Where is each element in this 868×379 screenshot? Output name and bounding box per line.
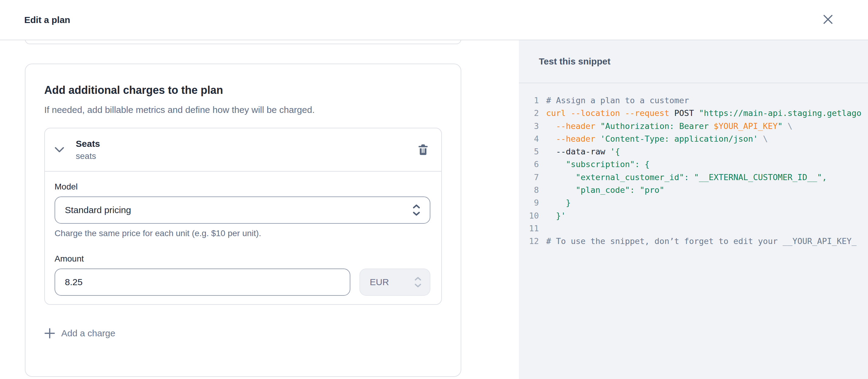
amount-row: EUR	[55, 269, 430, 296]
code-line-content: "plan_code": "pro"	[546, 184, 664, 197]
plan-form-pane: Add additional charges to the plan If ne…	[0, 40, 519, 379]
code-line-content: --header 'Content-Type: application/json…	[546, 133, 768, 145]
code-line: 12# To use the snippet, don’t forget to …	[527, 235, 868, 248]
code-line-number: 9	[527, 197, 539, 209]
amount-input[interactable]	[55, 269, 350, 296]
charge-accordion: Seats seats Model Standar	[44, 128, 442, 305]
currency-select: EUR	[360, 269, 430, 296]
code-line: 11	[527, 222, 868, 235]
code-line: 6 "subscription": {	[527, 158, 868, 171]
code-line-content: "subscription": {	[546, 158, 650, 171]
code-line-content: --data-raw '{	[546, 145, 620, 158]
code-line: 2curl --location --request POST "https:/…	[527, 107, 868, 119]
code-line-number: 3	[527, 120, 539, 133]
currency-value: EUR	[370, 277, 414, 287]
charge-model-value: Standard pricing	[65, 205, 412, 215]
plus-icon	[44, 328, 55, 339]
code-line: 7 "external_customer_id": "__EXTERNAL_CU…	[527, 171, 868, 184]
code-line-number: 8	[527, 184, 539, 197]
unfold-chevrons-disabled-icon	[414, 276, 422, 288]
section-title: Add additional charges to the plan	[44, 83, 442, 97]
code-line-number: 2	[527, 107, 539, 119]
chevron-down-icon	[54, 146, 65, 153]
snippet-title: Test this snippet	[539, 56, 610, 67]
amount-label: Amount	[55, 254, 430, 264]
modal-header: Edit a plan	[0, 0, 868, 40]
delete-charge-button[interactable]	[415, 142, 431, 158]
unfold-chevrons-icon	[412, 204, 421, 216]
charge-accordion-body: Model Standard pricing Charge the same p…	[45, 171, 441, 304]
charges-section-card: Add additional charges to the plan If ne…	[25, 64, 461, 377]
charge-code: seats	[76, 151, 100, 161]
close-icon	[823, 14, 833, 25]
code-line-number: 5	[527, 145, 539, 158]
model-helper-text: Charge the same price for each unit (e.g…	[55, 229, 430, 238]
code-line-content: }	[546, 197, 571, 209]
model-label: Model	[55, 182, 430, 192]
code-line: 10 }'	[527, 209, 868, 222]
charge-accordion-header[interactable]: Seats seats	[45, 128, 441, 171]
code-line-content: curl --location --request POST "https://…	[546, 107, 861, 119]
charge-name-block: Seats seats	[76, 139, 100, 161]
code-line: 8 "plan_code": "pro"	[527, 184, 868, 197]
code-line-content: --header "Authorization: Bearer $YOUR_AP…	[546, 120, 793, 133]
modal-title: Edit a plan	[24, 15, 70, 25]
code-line: 3 --header "Authorization: Bearer $YOUR_…	[527, 120, 868, 133]
add-charge-button[interactable]: Add a charge	[44, 328, 115, 339]
snippet-panel: Test this snippet 1# Assign a plan to a …	[519, 40, 868, 379]
trash-icon	[417, 144, 429, 156]
code-line-number: 6	[527, 158, 539, 171]
code-line-number: 11	[527, 222, 539, 235]
code-line-number: 1	[527, 94, 539, 107]
charge-model-select[interactable]: Standard pricing	[55, 197, 430, 224]
code-block: 1# Assign a plan to a customer2curl --lo…	[519, 83, 868, 248]
code-line: 9 }	[527, 197, 868, 209]
code-line: 5 --data-raw '{	[527, 145, 868, 158]
add-charge-label: Add a charge	[61, 328, 115, 338]
code-line-content: }'	[546, 209, 566, 222]
charge-name: Seats	[76, 139, 100, 149]
close-button[interactable]	[819, 11, 836, 28]
code-line-content: # To use the snippet, don’t forget to ed…	[546, 235, 857, 248]
code-line-number: 12	[527, 235, 539, 248]
section-description: If needed, add billable metrics and defi…	[44, 104, 442, 116]
code-line-number: 10	[527, 209, 539, 222]
code-line-content	[546, 222, 551, 235]
snippet-header: Test this snippet	[519, 40, 868, 83]
code-line-content: # Assign a plan to a customer	[546, 94, 689, 107]
previous-section-card-edge	[25, 40, 461, 44]
code-line: 4 --header 'Content-Type: application/js…	[527, 133, 868, 145]
code-line-content: "external_customer_id": "__EXTERNAL_CUST…	[546, 171, 827, 184]
code-line: 1# Assign a plan to a customer	[527, 94, 868, 107]
code-line-number: 4	[527, 133, 539, 145]
code-line-number: 7	[527, 171, 539, 184]
collapse-charge-button[interactable]	[52, 142, 67, 158]
